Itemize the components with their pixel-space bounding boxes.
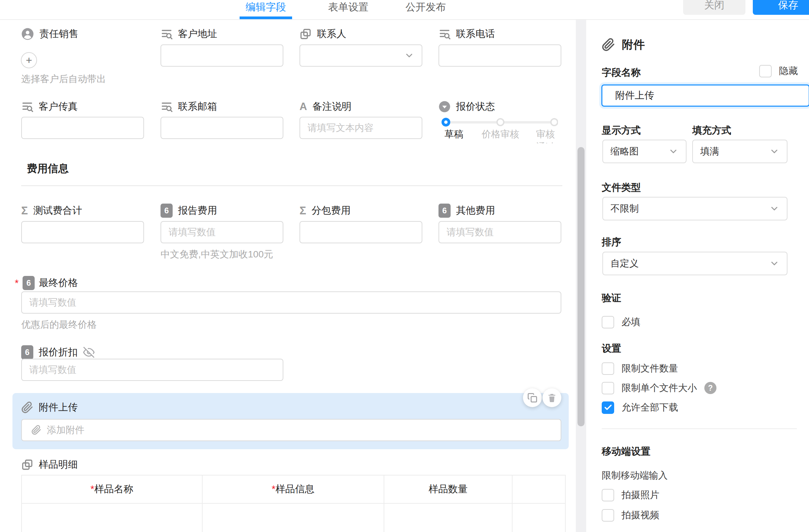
status-slider-dot[interactable] [442, 118, 450, 126]
col-extra [512, 475, 565, 503]
table-cell[interactable] [21, 503, 202, 532]
close-button[interactable]: 关闭 [683, 0, 745, 15]
settings-label: 设置 [602, 342, 621, 355]
field-final-price-label: * 6 最终价格 [15, 276, 78, 290]
column-label: 样品数量 [429, 483, 468, 494]
mobile-input-label: 限制移动端输入 [602, 469, 668, 482]
field-phone-label: 联系电话 [438, 27, 495, 41]
add-attachment-button[interactable]: 添加附件 [21, 419, 561, 441]
sum-icon: Σ [21, 204, 28, 217]
take-video-checkbox[interactable]: 拍摄视频 [602, 509, 659, 521]
relate-icon [299, 28, 312, 40]
display-mode-select[interactable]: 缩略图 [602, 140, 687, 163]
tab-edit-fields[interactable]: 编辑字段 [229, 0, 303, 18]
field-label-text: 其他费用 [456, 204, 495, 217]
table-cell[interactable] [202, 503, 384, 532]
placeholder-text: 请填写数值 [447, 226, 494, 239]
status-slider-dot[interactable] [550, 118, 558, 126]
add-attachment-text: 添加附件 [47, 424, 84, 436]
field-status-label: 报价状态 [438, 100, 495, 114]
checkbox-box[interactable] [602, 509, 614, 521]
field-name-label: 字段名称 [602, 66, 641, 80]
field-sub-fee-label: Σ 分包费用 [299, 204, 351, 218]
section-divider [21, 185, 562, 186]
field-hint: 优惠后的最终价格 [21, 318, 97, 331]
final-price-input[interactable]: 请填写数值 [21, 291, 561, 314]
report-fee-input[interactable]: 请填写数值 [160, 221, 283, 243]
field-name-input[interactable]: 附件上传 [601, 84, 809, 107]
table-cell[interactable] [512, 503, 565, 532]
email-input[interactable] [160, 117, 283, 139]
checkbox-box-checked[interactable] [602, 401, 614, 414]
field-email-label: 联系邮箱 [160, 100, 217, 114]
field-label-text: 最终价格 [39, 276, 78, 290]
placeholder-text: 请填写数值 [169, 226, 216, 239]
status-step-label: 价格审核 [482, 128, 519, 141]
delete-field-button[interactable] [543, 388, 561, 407]
select-value: 缩略图 [610, 145, 639, 158]
table-cell[interactable] [384, 503, 512, 532]
note-input[interactable]: 请填写文本内容 [299, 117, 422, 139]
text-field-icon: A [299, 101, 307, 113]
paperclip-icon [21, 401, 33, 414]
checkbox-box[interactable] [759, 65, 772, 78]
status-slider-dot[interactable] [496, 118, 504, 126]
take-photo-checkbox[interactable]: 拍摄照片 [602, 488, 659, 501]
validate-label: 验证 [602, 291, 621, 305]
sub-fee-input[interactable] [299, 221, 422, 243]
tab-publish[interactable]: 公开发布 [389, 0, 463, 18]
limit-count-checkbox[interactable]: 限制文件数量 [602, 362, 678, 375]
tab-label: 表单设置 [328, 0, 368, 14]
chevron-down-icon [404, 50, 414, 61]
select-value: 不限制 [610, 202, 639, 215]
column-label: 样品信息 [276, 483, 315, 494]
address-input[interactable] [160, 45, 283, 67]
contact-select[interactable] [299, 45, 422, 67]
checkbox-label: 拍摄照片 [622, 488, 659, 501]
checkbox-box[interactable] [602, 316, 614, 328]
field-sample-label: 样品明细 [21, 458, 78, 472]
tab-form-settings[interactable]: 表单设置 [311, 0, 385, 18]
copy-field-button[interactable] [523, 388, 542, 407]
add-owner-button[interactable]: + [21, 52, 37, 68]
sort-select[interactable]: 自定义 [602, 252, 788, 275]
test-total-input[interactable] [21, 221, 144, 243]
attachment-field-selected[interactable]: 附件上传 添加附件 [13, 393, 569, 449]
save-button[interactable]: 保存 [753, 0, 809, 15]
other-fee-input[interactable]: 请填写数值 [438, 221, 561, 243]
status-step-label: 草稿 [445, 128, 463, 141]
checkbox-box[interactable] [602, 382, 614, 394]
paperclip-icon [31, 425, 41, 435]
discount-input[interactable]: 请填写数值 [21, 359, 283, 381]
field-label-text: 报告费用 [178, 204, 217, 217]
display-mode-label: 显示方式 [602, 124, 641, 137]
checkbox-box[interactable] [602, 362, 614, 375]
hide-field-checkbox[interactable]: 隐藏 [759, 65, 798, 78]
form-canvas [0, 19, 576, 532]
checkbox-box[interactable] [602, 489, 614, 501]
field-label-text: 备注说明 [312, 100, 351, 114]
limit-size-checkbox[interactable]: 限制单个文件大小 ? [602, 382, 717, 394]
user-icon [21, 28, 34, 40]
field-label-text: 附件上传 [39, 401, 78, 414]
checkbox-label: 隐藏 [779, 65, 798, 78]
required-mark: * [90, 483, 94, 494]
checkbox-label: 限制文件数量 [622, 362, 678, 375]
allow-download-checkbox[interactable]: 允许全部下载 [602, 401, 678, 414]
help-icon[interactable]: ? [704, 382, 717, 394]
lookup-icon [21, 101, 33, 113]
fill-mode-select[interactable]: 填满 [692, 140, 788, 163]
field-note-label: A 备注说明 [299, 100, 351, 114]
scrollbar-thumb[interactable] [578, 147, 585, 426]
required-checkbox[interactable]: 必填 [602, 316, 640, 328]
lookup-icon [160, 28, 173, 40]
phone-input[interactable] [438, 45, 561, 67]
help-glyph: ? [708, 383, 713, 393]
col-sample-info: *样品信息 [202, 475, 384, 503]
fax-input[interactable] [21, 117, 144, 139]
trash-icon [547, 393, 557, 403]
plus-icon: + [26, 54, 32, 67]
file-type-select[interactable]: 不限制 [602, 197, 788, 220]
sort-label: 排序 [602, 236, 621, 249]
panel-title: 附件 [602, 37, 645, 52]
